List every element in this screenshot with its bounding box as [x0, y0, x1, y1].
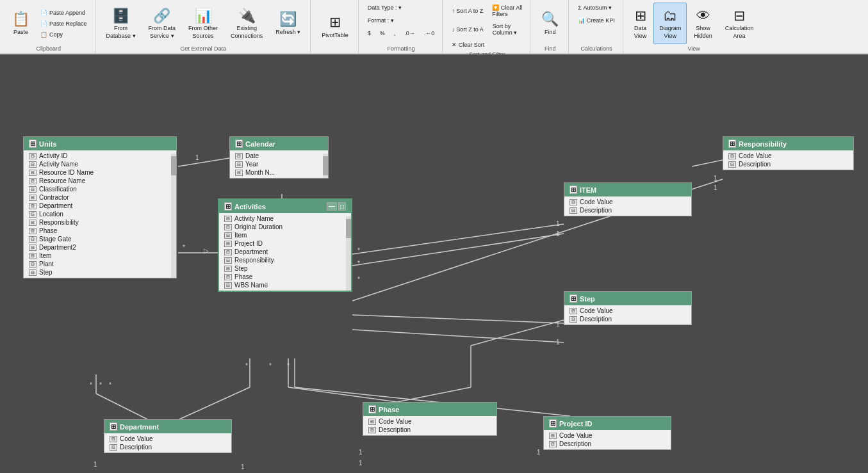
decrease-decimal-button[interactable]: .←0	[420, 28, 439, 38]
list-item: ⊟Activity Name	[24, 160, 176, 168]
units-scrollbar-thumb[interactable]	[171, 156, 176, 175]
field-icon: ⊟	[110, 444, 117, 451]
clipboard-group: 📋 Paste 📄 Paste Append 📄 Paste Replace 📋…	[3, 0, 95, 53]
percent-button[interactable]: %	[376, 28, 389, 38]
currency-button[interactable]: $	[364, 28, 375, 38]
field-icon: ⊟	[728, 153, 736, 159]
field-icon: ⊟	[224, 282, 232, 289]
list-item: ⊟Phase	[219, 273, 351, 281]
project-id-table[interactable]: ⊞ Project ID ⊟Code Value ⊟Description	[543, 416, 671, 450]
units-scrollbar[interactable]	[171, 154, 176, 278]
field-icon: ⊟	[29, 203, 37, 209]
list-item: ⊟Description	[564, 315, 691, 323]
responsibility-table-title: Responsibility	[739, 140, 787, 148]
field-icon: ⊟	[29, 236, 37, 243]
list-item: ⊟Department	[219, 248, 351, 256]
units-table[interactable]: ⊞ Units ⊟Activity ID ⊟Activity Name ⊟Res…	[23, 136, 177, 278]
activities-maximize-button[interactable]: □	[338, 202, 346, 211]
field-icon: ⊟	[29, 186, 37, 193]
sort-z-a-button[interactable]: ↓ Sort Z to A	[448, 21, 487, 38]
clear-sort-button[interactable]: ✕ Clear Sort	[448, 40, 526, 50]
calendar-scrollbar[interactable]	[323, 154, 328, 178]
list-item: ⊟Code Value	[363, 417, 496, 426]
field-icon: ⊟	[235, 170, 243, 176]
copy-button[interactable]: 📋 Copy	[37, 29, 91, 40]
activities-table-icon: ⊞	[224, 202, 232, 211]
field-icon: ⊟	[110, 436, 117, 442]
data-view-button[interactable]: ⊞ DataView	[628, 3, 652, 44]
external-data-buttons: 🗄️ FromDatabase ▾ 🔗 From DataService ▾ 📊…	[101, 3, 307, 44]
paste-replace-button[interactable]: 📄 Paste Replace	[37, 19, 91, 29]
existing-connections-button[interactable]: 🔌 ExistingConnections	[225, 3, 268, 44]
find-icon: 🔍	[541, 10, 559, 29]
comma-button[interactable]: ,	[390, 28, 400, 38]
list-item: ⊟Month N...	[230, 168, 328, 177]
activities-scrollbar-thumb[interactable]	[346, 219, 351, 238]
svg-text:1: 1	[359, 460, 363, 467]
data-view-icon: ⊞	[635, 7, 646, 26]
activities-scrollbar[interactable]	[346, 216, 351, 291]
svg-text:1: 1	[556, 321, 560, 328]
svg-line-17	[471, 320, 564, 346]
paste-button[interactable]: 📋 Paste	[6, 3, 35, 44]
find-label: Find	[545, 44, 556, 52]
field-icon: ⊟	[224, 241, 232, 247]
field-icon: ⊟	[29, 153, 37, 159]
increase-decimal-button[interactable]: .0→	[400, 28, 419, 38]
field-icon: ⊟	[29, 253, 37, 259]
sort-by-column-button[interactable]: Sort byColumn ▾	[489, 21, 521, 38]
activities-minimize-button[interactable]: —	[327, 202, 337, 211]
refresh-button[interactable]: 🔄 Refresh ▾	[270, 3, 306, 44]
formatting-controls: Data Type : ▾ Format : ▾ $ % , .0→ .←0	[364, 3, 439, 38]
view-label: View	[687, 44, 700, 52]
svg-text:*: *	[269, 362, 272, 369]
department-table-body: ⊟Code Value ⊟Description	[104, 433, 231, 453]
list-item: ⊟Activity ID	[24, 152, 176, 160]
diagram-view-button[interactable]: 🗂 DiagramView	[653, 3, 687, 44]
item-table[interactable]: ⊞ ITEM ⊟Code Value ⊟Description	[564, 182, 692, 216]
list-item: ⊟Code Value	[104, 435, 231, 443]
phase-table-body: ⊟Code Value ⊟Description	[363, 416, 496, 435]
field-icon: ⊟	[224, 232, 232, 239]
department-table[interactable]: ⊞ Department ⊟Code Value ⊟Description	[104, 419, 232, 453]
clear-all-filters-button[interactable]: 🔽 Clear AllFilters	[488, 3, 526, 19]
activities-table[interactable]: ⊞ Activities — □ ⊟Activity Name ⊟Origina…	[218, 198, 352, 292]
paste-append-button[interactable]: 📄 Paste Append	[37, 8, 91, 18]
data-type-selector[interactable]: Data Type : ▾	[364, 3, 439, 13]
field-icon: ⊟	[224, 257, 232, 264]
responsibility-table-header: ⊞ Responsibility	[723, 137, 853, 150]
refresh-icon: 🔄	[279, 10, 297, 29]
svg-text:*: *	[357, 247, 360, 254]
field-icon: ⊟	[29, 161, 37, 168]
responsibility-table[interactable]: ⊞ Responsibility ⊟Code Value ⊟Descriptio…	[723, 136, 854, 170]
svg-line-7	[352, 330, 564, 342]
from-other-sources-button[interactable]: 📊 From OtherSources	[183, 3, 224, 44]
pivot-table-button[interactable]: ⊞ PivotTable	[316, 3, 354, 51]
calendar-scrollbar-thumb[interactable]	[323, 156, 328, 175]
from-database-button[interactable]: 🗄️ FromDatabase ▾	[101, 3, 142, 44]
format-selector[interactable]: Format : ▾	[364, 15, 439, 26]
list-item: ⊟Project ID	[219, 239, 351, 248]
phase-table-header: ⊞ Phase	[363, 403, 496, 416]
svg-text:1: 1	[556, 230, 560, 237]
step-table-body: ⊟Code Value ⊟Description	[564, 305, 691, 325]
create-kpi-button[interactable]: 📊 Create KPI	[574, 15, 619, 26]
sort-a-z-button[interactable]: ↑ Sort A to Z	[448, 3, 487, 19]
find-button[interactable]: 🔍 Find	[536, 3, 564, 44]
calendar-table[interactable]: ⊞ Calendar ⊟Date ⊟Year ⊟Month N...	[229, 136, 329, 179]
field-icon: ⊟	[569, 199, 577, 205]
auto-sum-button[interactable]: Σ AutoSum ▾	[574, 3, 619, 13]
show-hidden-button[interactable]: 👁 ShowHidden	[688, 3, 718, 44]
department-table-header: ⊞ Department	[104, 420, 231, 433]
calculations-controls: Σ AutoSum ▾ 📊 Create KPI	[574, 3, 619, 26]
from-data-service-button[interactable]: 🔗 From DataService ▾	[143, 3, 182, 44]
list-item: ⊟Description	[564, 206, 691, 214]
list-item: ⊟Description	[104, 443, 231, 451]
pivot-table-label: PivotTable	[322, 32, 348, 40]
phase-table[interactable]: ⊞ Phase ⊟Code Value ⊟Description	[363, 402, 497, 436]
find-label: Find	[545, 29, 556, 36]
calculation-area-button[interactable]: ⊟ CalculationArea	[719, 3, 760, 44]
field-icon: ⊟	[569, 207, 577, 214]
step-table[interactable]: ⊞ Step ⊟Code Value ⊟Description	[564, 291, 692, 325]
calculations-label: Calculations	[581, 44, 612, 52]
